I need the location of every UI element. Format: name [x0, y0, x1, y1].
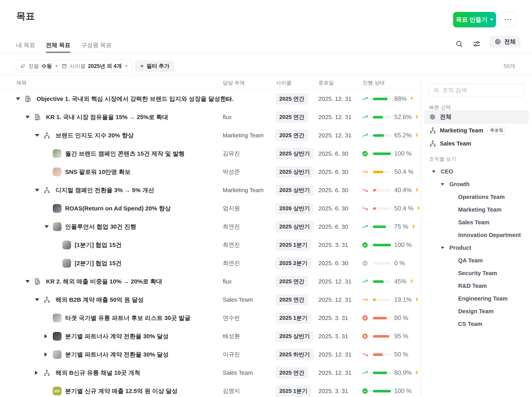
- table-row[interactable]: SNS 팔로워 10만명 확보박성준2025 상반기2025. 6. 3050.…: [0, 163, 421, 181]
- due-date: 2025. 6. 30: [318, 223, 348, 230]
- progress-value: 52.6%: [394, 113, 412, 121]
- org-tree-item[interactable]: R&D Team: [424, 279, 529, 292]
- quick-select-item[interactable]: 전체: [424, 110, 529, 124]
- org-tree-item[interactable]: Design Team: [424, 305, 529, 318]
- goal-title[interactable]: 브랜드 인지도 지수 20% 향상: [56, 131, 134, 140]
- goal-title[interactable]: [1분기] 협업 15건: [75, 241, 122, 249]
- collapse-caret-icon[interactable]: [441, 183, 449, 185]
- table-row[interactable]: ROAS(Return on Ad Spend) 20% 향상엄지원2026 상…: [0, 199, 421, 217]
- table-row[interactable]: 해외 B2B 계약 매출 50억 원 달성Sales Team2025 연간20…: [0, 291, 421, 309]
- table-row[interactable]: 브랜드 인지도 지수 20% 향상Marketing Team2025 연간20…: [0, 126, 421, 144]
- goal-title[interactable]: 디지털 캠페인 전환율 3% → 5% 개선: [56, 186, 154, 194]
- progress-bar: [373, 317, 391, 319]
- org-search-input[interactable]: [442, 87, 519, 94]
- goal-title[interactable]: Objective 1. 국내외 핵심 시장에서 강력한 브랜드 입지와 성장을…: [37, 95, 234, 103]
- scope-filter-button[interactable]: 전체: [489, 36, 520, 48]
- add-filter-button[interactable]: 필터 추가: [135, 60, 174, 72]
- tab-member-goals[interactable]: 구성원 목표: [81, 40, 111, 52]
- progress-cell: 80 %: [362, 314, 408, 322]
- plus-icon: [139, 63, 144, 69]
- collapse-caret-icon[interactable]: [25, 280, 34, 283]
- org-tree-item[interactable]: QA Team: [424, 254, 529, 267]
- org-tree-item[interactable]: Innovation Department: [424, 229, 529, 241]
- view-options-button[interactable]: [472, 39, 481, 49]
- table-row[interactable]: 분기별 파트너사 계약 전환율 30% 달성이규진2025 하반기2025. 1…: [0, 345, 421, 364]
- collapse-caret-icon[interactable]: [16, 98, 24, 100]
- table-row[interactable]: 인플루언서 협업 30건 진행최연진2025 상반기2025. 6. 3075 …: [0, 217, 421, 236]
- progress-cell: 100 %: [362, 241, 412, 248]
- goal-title[interactable]: 분기별 파트너사 계약 전환율 30% 달성: [65, 351, 169, 359]
- org-tree-item[interactable]: CS Team: [424, 318, 529, 330]
- org-tree-item[interactable]: Growth: [424, 178, 529, 191]
- cycle-badge: 2025 1분기: [276, 385, 311, 397]
- goal-title[interactable]: SNS 팔로워 10만명 확보: [65, 168, 131, 176]
- table-row[interactable]: 디지털 캠페인 전환율 3% → 5% 개선Marketing Team2025…: [0, 181, 421, 199]
- goal-title[interactable]: KR 1. 국내 시장 점유율을 15% → 25%로 확대: [46, 113, 168, 121]
- lightning-icon: [410, 96, 414, 102]
- tab-all-goals[interactable]: 전체 목표: [46, 40, 70, 52]
- col-due: 종료일: [318, 79, 334, 86]
- table-row[interactable]: [2분기] 협업 15건최연진2025 2분기2025. 6. 300 %: [0, 254, 421, 272]
- goal-title[interactable]: 타겟 국가별 유통 파트너 후보 리스트 30곳 발굴: [65, 314, 191, 322]
- cycle-badge: 2025 연간: [276, 112, 308, 123]
- collapse-caret-icon[interactable]: [432, 171, 441, 173]
- owner-cell: 김명지: [223, 387, 240, 395]
- collapse-caret-icon[interactable]: [441, 247, 449, 249]
- table-row[interactable]: 월간 브랜드 캠페인 콘텐츠 15건 제작 및 발행김유진2025 상반기202…: [0, 144, 421, 163]
- org-sitemap-icon: [43, 132, 52, 139]
- cycle-badge: 2025 1분기: [276, 312, 311, 323]
- col-title: 제목: [16, 79, 27, 86]
- goal-title[interactable]: ROAS(Return on Ad Spend) 20% 향상: [65, 205, 171, 213]
- cycle-badge: 2025 하반기: [276, 349, 314, 360]
- collapse-caret-icon[interactable]: [35, 134, 43, 137]
- org-search-box[interactable]: [429, 83, 524, 97]
- expand-caret-icon[interactable]: [44, 352, 53, 357]
- expand-caret-icon[interactable]: [35, 371, 43, 375]
- table-row[interactable]: 명지분기별 신규 계약 매출 12.5억 원 이상 달성김명지2025 1분기2…: [0, 382, 421, 397]
- org-tree-item[interactable]: Marketing Team: [424, 203, 529, 216]
- lightning-icon: [415, 370, 419, 376]
- table-row[interactable]: KR 1. 국내 시장 점유율을 15% → 25%로 확대flux2025 연…: [0, 108, 421, 126]
- quick-select-item[interactable]: Marketing Team주조직: [424, 124, 529, 137]
- org-tree-item[interactable]: Engineering Team: [424, 292, 529, 305]
- collapse-caret-icon[interactable]: [44, 225, 53, 228]
- create-goal-button[interactable]: 목표 만들기: [453, 12, 496, 27]
- cycle-filter[interactable]: 사이클 2025년 외 4개: [57, 60, 132, 72]
- tab-bar: 내 목표 전체 목표 구성원 목표: [16, 40, 111, 52]
- expand-caret-icon[interactable]: [44, 334, 53, 338]
- goal-title[interactable]: [2분기] 협업 15건: [75, 259, 122, 267]
- collapse-caret-icon[interactable]: [35, 298, 43, 301]
- table-row[interactable]: 분기별 파트너사 계약 전환율 30% 달성배성환2025 상반기2025. 3…: [0, 327, 421, 345]
- sort-filter[interactable]: 정렬 수동: [16, 60, 62, 72]
- collapse-caret-icon[interactable]: [35, 189, 43, 192]
- goal-title[interactable]: 해외 B신규 유통 채널 10곳 개척: [56, 369, 140, 377]
- org-tree-item-label: R&D Team: [458, 283, 487, 289]
- collapse-caret-icon[interactable]: [25, 116, 34, 118]
- cycle-badge: 2025 상반기: [276, 221, 314, 232]
- goal-title[interactable]: KR 2. 해외 매출 비중을 10% → 20%로 확대: [46, 278, 162, 286]
- progress-value: 80 %: [394, 314, 408, 322]
- org-tree-item[interactable]: Security Team: [424, 267, 529, 279]
- org-tree-item[interactable]: CEO: [424, 165, 529, 178]
- more-options-button[interactable]: [500, 12, 516, 27]
- table-row[interactable]: 해외 B신규 유통 채널 10곳 개척Sales Team2025 연간2025…: [0, 364, 421, 382]
- sidebar-divider: [421, 75, 421, 397]
- search-button[interactable]: [455, 39, 464, 49]
- table-row[interactable]: KR 2. 해외 매출 비중을 10% → 20%로 확대flux2025 연간…: [0, 272, 421, 291]
- goal-title[interactable]: 분기별 파트너사 계약 전환율 30% 달성: [65, 332, 169, 341]
- org-tree-item[interactable]: Product: [424, 241, 529, 254]
- goal-title[interactable]: 인플루언서 협업 30건 진행: [65, 223, 136, 231]
- table-row[interactable]: [1분기] 협업 15건최연진2025 1분기2025. 3. 31100 %: [0, 236, 421, 254]
- org-tree-item[interactable]: Operations Team: [424, 191, 529, 203]
- goal-title[interactable]: 월간 브랜드 캠페인 콘텐츠 15건 제작 및 발행: [65, 150, 185, 158]
- owner-cell: flux: [223, 278, 232, 285]
- due-date: 2025. 6. 30: [318, 205, 348, 212]
- table-row[interactable]: Objective 1. 국내외 핵심 시장에서 강력한 브랜드 입지와 성장을…: [0, 90, 421, 108]
- quick-select-item[interactable]: Sales Team: [424, 137, 529, 150]
- trend-down-icon: [362, 188, 370, 192]
- table-row[interactable]: 타겟 국가별 유통 파트너 후보 리스트 30곳 발굴연수빈2025 1분기20…: [0, 309, 421, 327]
- org-tree-item[interactable]: Sales Team: [424, 216, 529, 229]
- goal-title[interactable]: 해외 B2B 계약 매출 50억 원 달성: [56, 296, 143, 304]
- goal-title[interactable]: 분기별 신규 계약 매출 12.5억 원 이상 달성: [65, 387, 178, 395]
- tab-my-goals[interactable]: 내 목표: [16, 40, 35, 52]
